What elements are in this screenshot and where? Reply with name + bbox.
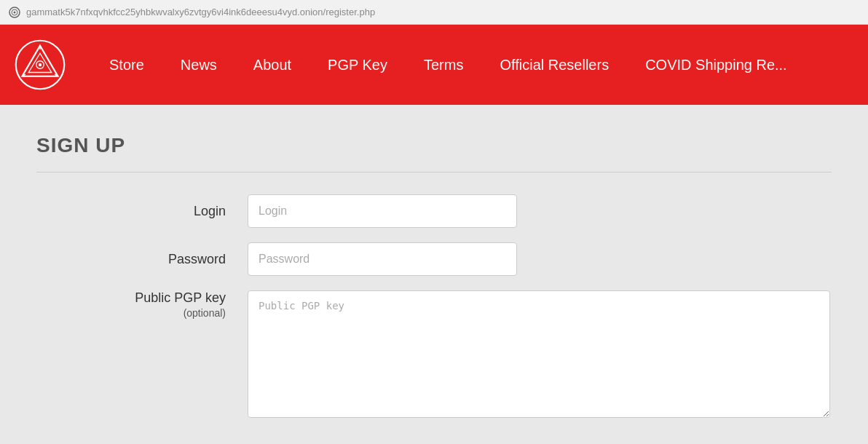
nav-item-covid[interactable]: COVID Shipping Re... bbox=[631, 49, 802, 81]
nav-link-terms[interactable]: Terms bbox=[409, 49, 478, 81]
tor-icon bbox=[9, 7, 20, 18]
address-bar: gammatk5k7nfxqvhkfcc25yhbkwvalxy6zvtgy6v… bbox=[0, 0, 868, 25]
nav-item-about[interactable]: About bbox=[239, 49, 306, 81]
address-bar-url: gammatk5k7nfxqvhkfcc25yhbkwvalxy6zvtgy6v… bbox=[26, 7, 375, 17]
login-row: Login bbox=[36, 194, 832, 228]
pgp-sublabel: (optional) bbox=[36, 307, 226, 319]
svg-marker-5 bbox=[28, 53, 52, 72]
nav-link-store[interactable]: Store bbox=[95, 49, 159, 81]
nav-item-pgpkey[interactable]: PGP Key bbox=[313, 49, 402, 81]
navbar-logo bbox=[15, 39, 66, 90]
login-label: Login bbox=[36, 204, 248, 219]
nav-link-resellers[interactable]: Official Resellers bbox=[485, 49, 623, 81]
nav-link-about[interactable]: About bbox=[239, 49, 306, 81]
login-input[interactable] bbox=[248, 194, 517, 228]
svg-point-7 bbox=[39, 63, 42, 66]
svg-point-2 bbox=[14, 11, 16, 13]
nav-item-terms[interactable]: Terms bbox=[409, 49, 478, 81]
password-label: Password bbox=[36, 252, 248, 267]
pgp-row: Public PGP key (optional) bbox=[36, 290, 832, 418]
signup-form: Login Password Public PGP key (optional) bbox=[36, 194, 832, 418]
nav-item-store[interactable]: Store bbox=[95, 49, 159, 81]
navbar-navigation: Store News About PGP Key Terms Official … bbox=[95, 49, 802, 81]
pgp-label-wrapper: Public PGP key (optional) bbox=[36, 290, 248, 319]
nav-item-news[interactable]: News bbox=[166, 49, 232, 81]
nav-link-pgpkey[interactable]: PGP Key bbox=[313, 49, 402, 81]
main-content: SIGN UP Login Password Public PGP key (o… bbox=[0, 105, 868, 444]
page-title: SIGN UP bbox=[36, 134, 832, 157]
navbar: Store News About PGP Key Terms Official … bbox=[0, 25, 868, 105]
pgp-label: Public PGP key bbox=[135, 290, 226, 305]
nav-item-resellers[interactable]: Official Resellers bbox=[485, 49, 623, 81]
pgp-textarea[interactable] bbox=[248, 290, 830, 418]
password-input[interactable] bbox=[248, 242, 517, 276]
nav-link-news[interactable]: News bbox=[166, 49, 232, 81]
section-divider bbox=[36, 172, 832, 173]
password-row: Password bbox=[36, 242, 832, 276]
nav-link-covid[interactable]: COVID Shipping Re... bbox=[631, 49, 802, 81]
